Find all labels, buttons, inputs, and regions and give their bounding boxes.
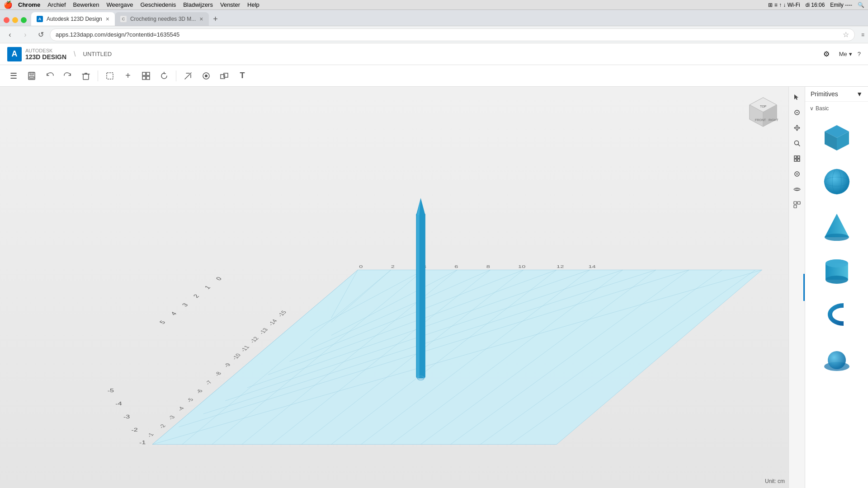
app-content: A AUTODESK 123D DESIGN \ UNTITLED ⚙ Me ▾… bbox=[0, 43, 868, 488]
tab-2-favicon: C bbox=[120, 16, 127, 22]
primitives-basic-header[interactable]: ∨ Basic bbox=[805, 103, 868, 113]
app-logo-text: AUTODESK 123D DESIGN bbox=[25, 48, 66, 61]
select-box-button[interactable] bbox=[102, 68, 118, 84]
menu-venster[interactable]: Venster bbox=[220, 1, 240, 8]
zoom-tool[interactable] bbox=[790, 136, 804, 150]
svg-rect-2 bbox=[29, 76, 34, 79]
menubar-user: Emily ---- bbox=[830, 2, 852, 8]
svg-rect-76 bbox=[417, 213, 420, 378]
menu-weergave[interactable]: Weergave bbox=[106, 1, 133, 8]
svg-point-113 bbox=[826, 276, 848, 284]
svg-text:12: 12 bbox=[557, 264, 564, 269]
svg-rect-6 bbox=[146, 72, 150, 75]
me-dropdown[interactable]: Me ▾ bbox=[839, 51, 852, 57]
unit-value: cm bbox=[778, 478, 785, 484]
svg-text:-3: -3 bbox=[123, 414, 130, 419]
menubar-search[interactable]: 🔍 bbox=[858, 2, 864, 8]
delete-button[interactable] bbox=[78, 68, 94, 84]
primitive-sphere[interactable] bbox=[816, 161, 857, 202]
svg-text:-4: -4 bbox=[115, 401, 122, 406]
svg-text:10: 10 bbox=[518, 264, 525, 269]
main-area: -1 -2 -3 -4 -5 5 4 3 2 1 0 -1 bbox=[0, 87, 868, 488]
svg-rect-95 bbox=[797, 159, 800, 161]
svg-point-97 bbox=[796, 174, 797, 175]
pan-tool[interactable] bbox=[790, 121, 804, 135]
svg-text:TOP: TOP bbox=[760, 105, 767, 108]
canvas-area[interactable]: -1 -2 -3 -4 -5 5 4 3 2 1 0 -1 bbox=[0, 87, 788, 488]
help-button[interactable]: ? bbox=[858, 51, 861, 57]
tool-accent-bar bbox=[803, 274, 805, 301]
snap-tool[interactable] bbox=[790, 198, 804, 211]
svg-rect-99 bbox=[794, 202, 797, 204]
svg-point-106 bbox=[824, 169, 849, 194]
window-maximize-btn[interactable] bbox=[21, 17, 27, 23]
window-minimize-btn[interactable] bbox=[12, 17, 18, 23]
tab-bar: A Autodesk 123D Design × C Crocheting ne… bbox=[0, 10, 868, 26]
primitive-cylinder[interactable] bbox=[816, 250, 857, 291]
svg-rect-93 bbox=[797, 156, 800, 158]
modify-button[interactable] bbox=[198, 68, 214, 84]
svg-rect-4 bbox=[107, 73, 113, 79]
project-title: UNTITLED bbox=[83, 51, 112, 57]
primitive-wedge[interactable] bbox=[816, 294, 857, 335]
refresh-button[interactable] bbox=[156, 68, 172, 84]
tab-2-close[interactable]: × bbox=[199, 15, 203, 23]
toolbar: ☰ + bbox=[0, 65, 868, 87]
address-url: apps.123dapp.com/design/?contentid=16355… bbox=[56, 31, 179, 38]
primitives-header[interactable]: Primitives ▼ bbox=[805, 87, 868, 102]
tab-2[interactable]: C Crocheting needles 3D M... × bbox=[115, 12, 209, 26]
menubar-time: di 16:06 bbox=[806, 2, 825, 8]
menu-geschiedenis[interactable]: Geschiedenis bbox=[140, 1, 176, 8]
view-mode-tool[interactable] bbox=[790, 183, 804, 196]
svg-rect-3 bbox=[83, 74, 89, 80]
group-button[interactable] bbox=[216, 68, 232, 84]
svg-rect-92 bbox=[794, 156, 797, 158]
boolean-button[interactable] bbox=[180, 68, 196, 84]
back-button[interactable]: ‹ bbox=[4, 28, 16, 41]
tab-1[interactable]: A Autodesk 123D Design × bbox=[31, 12, 115, 26]
primitives-basic-section: ∨ Basic bbox=[805, 102, 868, 385]
primitive-torus[interactable] bbox=[816, 338, 857, 379]
menu-archief[interactable]: Archief bbox=[47, 1, 66, 8]
primitive-cone[interactable] bbox=[816, 206, 857, 246]
primitive-box[interactable] bbox=[816, 117, 857, 158]
header-right: ⚙ Me ▾ ? bbox=[819, 47, 861, 61]
section-tool[interactable] bbox=[790, 167, 804, 181]
nav-cube[interactable]: FRONT RIGHT TOP bbox=[745, 94, 781, 130]
menu-help[interactable]: Help bbox=[247, 1, 259, 8]
undo-button[interactable] bbox=[42, 68, 58, 84]
fit-view-tool[interactable] bbox=[790, 152, 804, 165]
bookmark-star-icon[interactable]: ☆ bbox=[843, 30, 849, 39]
reload-button[interactable]: ↺ bbox=[34, 28, 47, 41]
svg-rect-8 bbox=[146, 76, 150, 80]
primitives-grid bbox=[805, 113, 868, 383]
text-button[interactable]: T bbox=[234, 68, 250, 84]
tab-1-close[interactable]: × bbox=[106, 15, 109, 23]
menu-bewerken[interactable]: Bewerken bbox=[73, 1, 99, 8]
add-shape-button[interactable]: + bbox=[120, 68, 136, 84]
transform-button[interactable] bbox=[138, 68, 154, 84]
ext-icons[interactable]: ≡ bbox=[861, 32, 864, 38]
menu-chrome[interactable]: Chrome bbox=[18, 1, 40, 8]
redo-button[interactable] bbox=[60, 68, 76, 84]
svg-rect-7 bbox=[142, 76, 146, 80]
save-button[interactable] bbox=[24, 68, 40, 84]
apple-logo-icon[interactable]: 🍎 bbox=[4, 0, 13, 9]
chrome-window: A Autodesk 123D Design × C Crocheting ne… bbox=[0, 10, 868, 488]
address-input[interactable]: apps.123dapp.com/design/?contentid=16355… bbox=[50, 28, 855, 41]
settings-gear-icon[interactable]: ⚙ bbox=[819, 47, 834, 61]
orbit-tool[interactable] bbox=[790, 106, 804, 119]
tab-2-title: Crocheting needles 3D M... bbox=[130, 16, 196, 22]
window-close-btn[interactable] bbox=[4, 17, 9, 23]
forward-button[interactable]: › bbox=[19, 28, 32, 41]
tab-1-title: Autodesk 123D Design bbox=[47, 16, 102, 22]
menu-bladwijzers[interactable]: Bladwijzers bbox=[183, 1, 213, 8]
separator-1 bbox=[98, 70, 98, 81]
section-basic-label: Basic bbox=[816, 105, 829, 112]
select-arrow-tool[interactable] bbox=[790, 90, 804, 104]
new-tab-button[interactable]: + bbox=[209, 12, 222, 26]
svg-text:8: 8 bbox=[486, 264, 490, 269]
svg-rect-94 bbox=[794, 159, 797, 161]
menu-button[interactable]: ☰ bbox=[5, 68, 22, 84]
svg-line-91 bbox=[798, 145, 800, 146]
